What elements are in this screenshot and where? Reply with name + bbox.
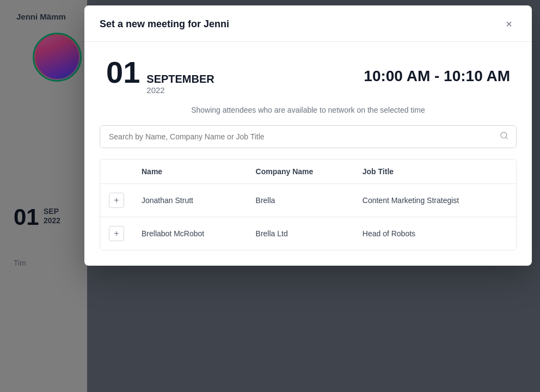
date-day: 01 bbox=[106, 57, 140, 88]
svg-line-1 bbox=[506, 137, 507, 139]
row-name: Jonathan Strutt bbox=[133, 184, 247, 217]
table-header: Name Company Name Job Title bbox=[100, 160, 516, 184]
date-section: 01 SEPTEMBER 2022 bbox=[106, 57, 214, 95]
add-attendee-button[interactable]: + bbox=[109, 226, 124, 241]
attendees-table-container: Name Company Name Job Title +Jonathan St… bbox=[100, 159, 517, 250]
attendees-info: Showing attendees who are available to n… bbox=[84, 106, 532, 125]
table-row: +Jonathan StruttBrellaContent Marketing … bbox=[100, 184, 516, 217]
row-job-title: Head of Robots bbox=[354, 217, 516, 250]
attendees-table: Name Company Name Job Title +Jonathan St… bbox=[100, 160, 516, 250]
search-icon bbox=[500, 131, 508, 142]
row-company: Brella bbox=[247, 184, 354, 217]
meeting-modal: Set a new meeting for Jenni × 01 SEPTEMB… bbox=[84, 5, 532, 266]
search-container bbox=[100, 125, 517, 148]
col-action bbox=[100, 160, 133, 184]
table-body: +Jonathan StruttBrellaContent Marketing … bbox=[100, 184, 516, 250]
search-input[interactable] bbox=[100, 126, 516, 148]
search-section bbox=[84, 125, 532, 159]
col-job-title: Job Title bbox=[354, 160, 516, 184]
modal-header: Set a new meeting for Jenni × bbox=[84, 5, 532, 42]
row-name: Brellabot McRobot bbox=[133, 217, 247, 250]
col-name: Name bbox=[133, 160, 247, 184]
time-range: 10:00 AM - 10:10 AM bbox=[364, 68, 510, 85]
row-action-cell: + bbox=[100, 184, 133, 217]
date-month-year: SEPTEMBER 2022 bbox=[146, 73, 214, 95]
add-attendee-button[interactable]: + bbox=[109, 193, 124, 208]
date-time-row: 01 SEPTEMBER 2022 10:00 AM - 10:10 AM bbox=[84, 42, 532, 106]
col-company: Company Name bbox=[247, 160, 354, 184]
date-year: 2022 bbox=[146, 85, 214, 95]
row-company: Brella Ltd bbox=[247, 217, 354, 250]
close-button[interactable]: × bbox=[501, 16, 517, 32]
row-job-title: Content Marketing Strategist bbox=[354, 184, 516, 217]
table-row: +Brellabot McRobotBrella LtdHead of Robo… bbox=[100, 217, 516, 250]
modal-title: Set a new meeting for Jenni bbox=[100, 19, 229, 30]
date-month: SEPTEMBER bbox=[146, 73, 214, 85]
row-action-cell: + bbox=[100, 217, 133, 250]
